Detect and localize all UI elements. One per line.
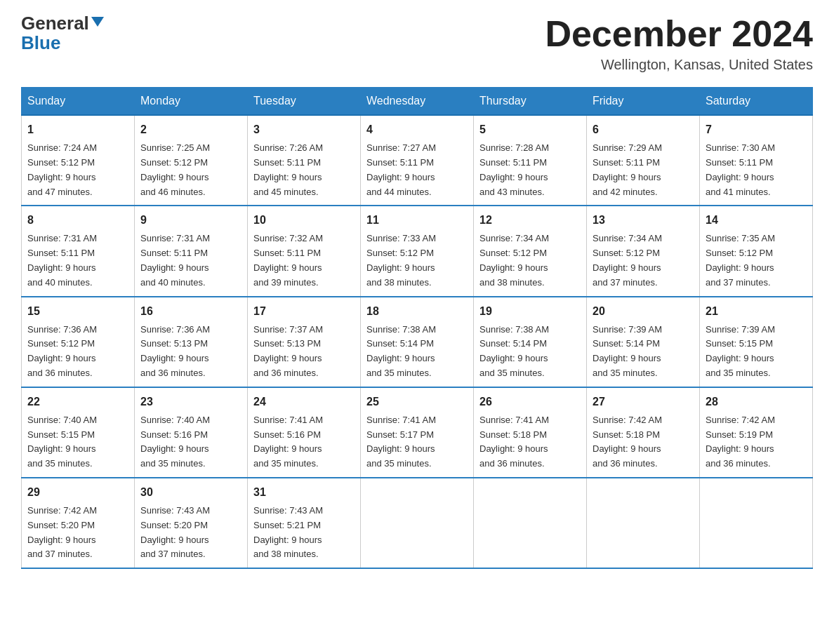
calendar-week-3: 15Sunrise: 7:36 AMSunset: 5:12 PMDayligh… [22, 297, 813, 387]
day-number: 27 [593, 394, 694, 410]
day-header-sunday: Sunday [22, 88, 135, 116]
day-number: 19 [479, 303, 581, 320]
calendar-day-18: 18Sunrise: 7:38 AMSunset: 5:14 PMDayligh… [361, 297, 474, 387]
day-number: 17 [253, 303, 355, 320]
calendar-empty-cell [474, 478, 587, 568]
day-info: Sunrise: 7:40 AMSunset: 5:15 PMDaylight:… [27, 413, 128, 471]
calendar-day-29: 29Sunrise: 7:42 AMSunset: 5:20 PMDayligh… [22, 478, 135, 568]
day-header-thursday: Thursday [474, 88, 587, 116]
day-info: Sunrise: 7:39 AMSunset: 5:14 PMDaylight:… [593, 323, 694, 381]
day-number: 4 [366, 121, 468, 138]
day-info: Sunrise: 7:31 AMSunset: 5:11 PMDaylight:… [27, 232, 128, 290]
title-section: December 2024 Wellington, Kansas, United… [545, 14, 813, 73]
day-info: Sunrise: 7:33 AMSunset: 5:12 PMDaylight:… [366, 232, 468, 290]
day-number: 15 [27, 303, 128, 320]
calendar-day-20: 20Sunrise: 7:39 AMSunset: 5:14 PMDayligh… [587, 297, 700, 387]
calendar-day-6: 6Sunrise: 7:29 AMSunset: 5:11 PMDaylight… [587, 115, 700, 206]
calendar-day-31: 31Sunrise: 7:43 AMSunset: 5:21 PMDayligh… [248, 478, 361, 568]
day-number: 13 [593, 212, 694, 229]
day-number: 2 [140, 121, 241, 138]
day-info: Sunrise: 7:35 AMSunset: 5:12 PMDaylight:… [706, 232, 807, 290]
calendar-day-25: 25Sunrise: 7:41 AMSunset: 5:17 PMDayligh… [361, 387, 474, 478]
page-header: General Blue December 2024 Wellington, K… [21, 14, 813, 73]
calendar-day-12: 12Sunrise: 7:34 AMSunset: 5:12 PMDayligh… [474, 206, 587, 296]
calendar-day-24: 24Sunrise: 7:41 AMSunset: 5:16 PMDayligh… [248, 387, 361, 478]
calendar-day-13: 13Sunrise: 7:34 AMSunset: 5:12 PMDayligh… [587, 206, 700, 296]
day-header-wednesday: Wednesday [361, 88, 474, 116]
location-subtitle: Wellington, Kansas, United States [545, 57, 813, 73]
day-number: 6 [593, 121, 694, 138]
day-info: Sunrise: 7:37 AMSunset: 5:13 PMDaylight:… [253, 323, 355, 381]
day-info: Sunrise: 7:42 AMSunset: 5:19 PMDaylight:… [706, 413, 807, 471]
day-number: 30 [140, 484, 241, 501]
day-header-saturday: Saturday [700, 88, 813, 116]
calendar-day-1: 1Sunrise: 7:24 AMSunset: 5:12 PMDaylight… [22, 115, 135, 206]
calendar-day-16: 16Sunrise: 7:36 AMSunset: 5:13 PMDayligh… [135, 297, 248, 387]
day-info: Sunrise: 7:42 AMSunset: 5:20 PMDaylight:… [27, 504, 128, 562]
day-info: Sunrise: 7:38 AMSunset: 5:14 PMDaylight:… [479, 323, 581, 381]
day-number: 24 [253, 394, 355, 410]
day-info: Sunrise: 7:34 AMSunset: 5:12 PMDaylight:… [593, 232, 694, 290]
day-info: Sunrise: 7:36 AMSunset: 5:13 PMDaylight:… [140, 323, 241, 381]
day-number: 14 [706, 212, 807, 229]
calendar-day-28: 28Sunrise: 7:42 AMSunset: 5:19 PMDayligh… [700, 387, 813, 478]
day-number: 25 [366, 394, 468, 410]
day-info: Sunrise: 7:43 AMSunset: 5:20 PMDaylight:… [140, 504, 241, 562]
day-info: Sunrise: 7:34 AMSunset: 5:12 PMDaylight:… [479, 232, 581, 290]
logo-blue-text: Blue [21, 34, 60, 52]
calendar-day-27: 27Sunrise: 7:42 AMSunset: 5:18 PMDayligh… [587, 387, 700, 478]
day-number: 16 [140, 303, 241, 320]
day-number: 31 [253, 484, 355, 501]
day-number: 26 [479, 394, 581, 410]
day-number: 7 [706, 121, 807, 138]
day-number: 1 [27, 121, 128, 138]
calendar-header-row: SundayMondayTuesdayWednesdayThursdayFrid… [22, 88, 813, 116]
day-number: 23 [140, 394, 241, 410]
calendar-day-10: 10Sunrise: 7:32 AMSunset: 5:11 PMDayligh… [248, 206, 361, 296]
calendar-day-7: 7Sunrise: 7:30 AMSunset: 5:11 PMDaylight… [700, 115, 813, 206]
calendar-day-15: 15Sunrise: 7:36 AMSunset: 5:12 PMDayligh… [22, 297, 135, 387]
day-info: Sunrise: 7:31 AMSunset: 5:11 PMDaylight:… [140, 232, 241, 290]
day-number: 5 [479, 121, 581, 138]
day-info: Sunrise: 7:30 AMSunset: 5:11 PMDaylight:… [706, 141, 807, 199]
calendar-day-23: 23Sunrise: 7:40 AMSunset: 5:16 PMDayligh… [135, 387, 248, 478]
day-info: Sunrise: 7:32 AMSunset: 5:11 PMDaylight:… [253, 232, 355, 290]
day-number: 20 [593, 303, 694, 320]
calendar-empty-cell [587, 478, 700, 568]
day-info: Sunrise: 7:27 AMSunset: 5:11 PMDaylight:… [366, 141, 468, 199]
day-info: Sunrise: 7:39 AMSunset: 5:15 PMDaylight:… [706, 323, 807, 381]
day-info: Sunrise: 7:41 AMSunset: 5:16 PMDaylight:… [253, 413, 355, 471]
logo: General Blue [21, 14, 104, 52]
day-info: Sunrise: 7:42 AMSunset: 5:18 PMDaylight:… [593, 413, 694, 471]
calendar-day-14: 14Sunrise: 7:35 AMSunset: 5:12 PMDayligh… [700, 206, 813, 296]
calendar-empty-cell [700, 478, 813, 568]
day-info: Sunrise: 7:41 AMSunset: 5:18 PMDaylight:… [479, 413, 581, 471]
day-number: 8 [27, 212, 128, 229]
logo-general-text: General [21, 14, 89, 32]
day-info: Sunrise: 7:26 AMSunset: 5:11 PMDaylight:… [253, 141, 355, 199]
day-info: Sunrise: 7:38 AMSunset: 5:14 PMDaylight:… [366, 323, 468, 381]
day-info: Sunrise: 7:25 AMSunset: 5:12 PMDaylight:… [140, 141, 241, 199]
calendar-day-5: 5Sunrise: 7:28 AMSunset: 5:11 PMDaylight… [474, 115, 587, 206]
day-info: Sunrise: 7:41 AMSunset: 5:17 PMDaylight:… [366, 413, 468, 471]
calendar-day-17: 17Sunrise: 7:37 AMSunset: 5:13 PMDayligh… [248, 297, 361, 387]
logo-triangle-icon [91, 17, 104, 27]
day-info: Sunrise: 7:29 AMSunset: 5:11 PMDaylight:… [593, 141, 694, 199]
day-header-friday: Friday [587, 88, 700, 116]
day-info: Sunrise: 7:28 AMSunset: 5:11 PMDaylight:… [479, 141, 581, 199]
calendar-day-3: 3Sunrise: 7:26 AMSunset: 5:11 PMDaylight… [248, 115, 361, 206]
day-header-tuesday: Tuesday [248, 88, 361, 116]
day-number: 21 [706, 303, 807, 320]
calendar-week-5: 29Sunrise: 7:42 AMSunset: 5:20 PMDayligh… [22, 478, 813, 568]
calendar-week-2: 8Sunrise: 7:31 AMSunset: 5:11 PMDaylight… [22, 206, 813, 296]
day-number: 3 [253, 121, 355, 138]
day-info: Sunrise: 7:24 AMSunset: 5:12 PMDaylight:… [27, 141, 128, 199]
calendar-day-8: 8Sunrise: 7:31 AMSunset: 5:11 PMDaylight… [22, 206, 135, 296]
day-number: 29 [27, 484, 128, 501]
month-title: December 2024 [545, 14, 813, 54]
day-number: 12 [479, 212, 581, 229]
calendar-day-30: 30Sunrise: 7:43 AMSunset: 5:20 PMDayligh… [135, 478, 248, 568]
day-info: Sunrise: 7:43 AMSunset: 5:21 PMDaylight:… [253, 504, 355, 562]
calendar-day-19: 19Sunrise: 7:38 AMSunset: 5:14 PMDayligh… [474, 297, 587, 387]
day-number: 10 [253, 212, 355, 229]
